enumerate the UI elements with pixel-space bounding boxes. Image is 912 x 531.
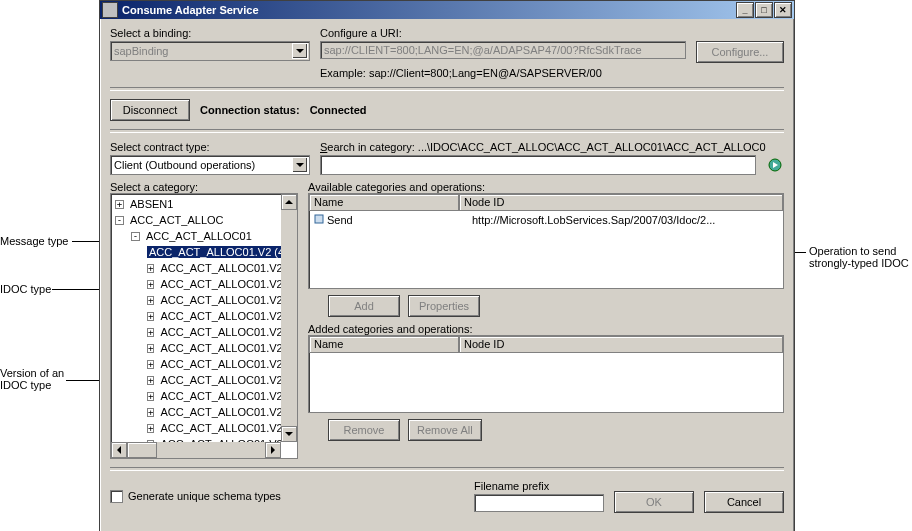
tree-label: ACC_ACT_ALLOC01.V2 (4 xyxy=(158,342,281,354)
removeall-button[interactable]: Remove All xyxy=(408,419,482,441)
expand-icon[interactable]: + xyxy=(147,312,154,321)
status-value: Connected xyxy=(310,104,367,116)
op-name: Send xyxy=(327,214,353,226)
tree-label: ACC_ACT_ALLOC01.V2 (4 xyxy=(158,294,281,306)
annotation-idoc-type: IDOC type xyxy=(0,283,51,295)
added-listview[interactable]: Name Node ID xyxy=(308,335,784,413)
category-label: Select a category: xyxy=(110,181,198,193)
ok-button[interactable]: OK xyxy=(614,491,694,513)
contract-label: Select contract type: xyxy=(110,141,310,153)
list-item[interactable]: Sendhttp://Microsoft.LobServices.Sap/200… xyxy=(310,212,782,227)
tree-label: ACC_ACT_ALLOC01.V2 (4 xyxy=(147,246,281,258)
uri-label: Configure a URI: xyxy=(320,27,784,39)
expand-icon[interactable]: + xyxy=(147,280,154,289)
tree-label: ACC_ACT_ALLOC01.V2 (4 xyxy=(158,358,281,370)
expand-icon[interactable]: + xyxy=(147,360,154,369)
unique-schema-label: Generate unique schema types xyxy=(128,490,281,502)
expand-icon[interactable]: + xyxy=(147,296,154,305)
collapse-icon[interactable]: - xyxy=(115,216,124,225)
configure-button[interactable]: Configure... xyxy=(696,41,784,63)
close-button[interactable]: ✕ xyxy=(774,2,792,18)
uri-example: Example: sap://Client=800;Lang=EN@A/SAPS… xyxy=(320,67,784,79)
unique-schema-checkbox[interactable] xyxy=(110,490,123,503)
titlebar: Consume Adapter Service _ □ ✕ xyxy=(100,1,794,19)
tree-row[interactable]: ACC_ACT_ALLOC01.V2 (4 xyxy=(113,244,279,260)
tree-row[interactable]: +ABSEN1 xyxy=(113,196,279,212)
collapse-icon[interactable]: - xyxy=(131,232,140,241)
expand-icon[interactable]: + xyxy=(147,424,154,433)
tree-label: ACC_ACT_ALLOC01.V2 (4 xyxy=(158,390,281,402)
properties-button[interactable]: Properties xyxy=(408,295,480,317)
expand-icon[interactable]: + xyxy=(147,264,154,273)
tree-row[interactable]: +ACC_ACT_ALLOC01.V2 (4 xyxy=(113,292,279,308)
tree-row[interactable]: +ACC_ACT_ALLOC01.V2 (4 xyxy=(113,340,279,356)
available-col-nodeid[interactable]: Node ID xyxy=(459,194,783,211)
tree-label: ACC_ACT_ALLOC01.V2 (5 xyxy=(158,406,281,418)
expand-icon[interactable]: + xyxy=(115,200,124,209)
status-label: Connection status: xyxy=(200,104,300,116)
binding-select[interactable]: sapBinding xyxy=(110,41,310,61)
tree-row[interactable]: +ACC_ACT_ALLOC01.V2 (4 xyxy=(113,372,279,388)
minimize-button[interactable]: _ xyxy=(736,2,754,18)
scrollbar-thumb[interactable] xyxy=(127,442,157,458)
search-go-button[interactable] xyxy=(766,156,784,174)
tree-row[interactable]: +ACC_ACT_ALLOC01.V2 (4 xyxy=(113,260,279,276)
search-label: Search in category: ...\IDOC\ACC_ACT_ALL… xyxy=(320,141,784,153)
arrow-right-icon xyxy=(768,158,782,172)
tree-row[interactable]: +ACC_ACT_ALLOC01.V2 (4 xyxy=(113,276,279,292)
tree-row[interactable]: +ACC_ACT_ALLOC01.V2 (4 xyxy=(113,324,279,340)
expand-icon[interactable]: + xyxy=(147,328,154,337)
disconnect-button[interactable]: Disconnect xyxy=(110,99,190,121)
scroll-left-icon[interactable] xyxy=(111,442,127,458)
contract-select[interactable]: Client (Outbound operations) xyxy=(110,155,310,175)
maximize-button[interactable]: □ xyxy=(755,2,773,18)
tree-label: ACC_ACT_ALLOC01.V2 (5 xyxy=(158,422,281,434)
tree-row[interactable]: +ACC_ACT_ALLOC01.V2 (4 xyxy=(113,308,279,324)
cancel-button[interactable]: Cancel xyxy=(704,491,784,513)
remove-button[interactable]: Remove xyxy=(328,419,400,441)
uri-input xyxy=(320,41,686,59)
scroll-up-icon[interactable] xyxy=(281,194,297,210)
op-nodeid: http://Microsoft.LobServices.Sap/2007/03… xyxy=(468,214,782,226)
tree-row[interactable]: +ACC_ACT_ALLOC01.V2 (5 xyxy=(113,404,279,420)
tree-label: ACC_ACT_ALLOC01.V2 (4 xyxy=(158,374,281,386)
tree-label: ACC_ACT_ALLOC01.V2 (4 xyxy=(158,310,281,322)
tree-label: ACC_ACT_ALLOC01.V2 (4 xyxy=(158,262,281,274)
tree-label: ACC_ACT_ALLOC01 xyxy=(144,230,254,242)
tree-row[interactable]: -ACC_ACT_ALLOC xyxy=(113,212,279,228)
tree-scrollbar-horizontal[interactable] xyxy=(111,442,281,458)
annotation-version: Version of an IDOC type xyxy=(0,367,64,391)
available-col-name[interactable]: Name xyxy=(309,194,459,211)
filename-input[interactable] xyxy=(474,494,604,512)
annotation-message-type: Message type xyxy=(0,235,68,247)
category-tree[interactable]: +ABSEN1-ACC_ACT_ALLOC-ACC_ACT_ALLOC01ACC… xyxy=(110,193,298,459)
tree-label: ACC_ACT_ALLOC xyxy=(128,214,226,226)
scroll-right-icon[interactable] xyxy=(265,442,281,458)
available-listview[interactable]: Name Node ID Sendhttp://Microsoft.LobSer… xyxy=(308,193,784,289)
window-title: Consume Adapter Service xyxy=(122,4,736,16)
added-col-nodeid[interactable]: Node ID xyxy=(459,336,783,353)
binding-label: Select a binding: xyxy=(110,27,310,39)
expand-icon[interactable]: + xyxy=(147,376,154,385)
tree-scrollbar-vertical[interactable] xyxy=(281,194,297,442)
tree-label: ACC_ACT_ALLOC01.V2 (4 xyxy=(158,326,281,338)
tree-row[interactable]: +ACC_ACT_ALLOC01.V2 (4 xyxy=(113,388,279,404)
svg-rect-1 xyxy=(315,215,323,223)
dialog-window: Consume Adapter Service _ □ ✕ Select a b… xyxy=(99,0,795,531)
chevron-down-icon xyxy=(292,157,308,173)
tree-row[interactable]: +ACC_ACT_ALLOC01.V2 (5 xyxy=(113,420,279,436)
available-label: Available categories and operations: xyxy=(308,181,485,193)
search-input[interactable] xyxy=(320,155,756,175)
filename-label: Filename prefix xyxy=(474,480,604,492)
added-col-name[interactable]: Name xyxy=(309,336,459,353)
tree-label: ACC_ACT_ALLOC01.V2 (4 xyxy=(158,278,281,290)
tree-row[interactable]: +ACC_ACT_ALLOC01.V2 (4 xyxy=(113,356,279,372)
added-label: Added categories and operations: xyxy=(308,323,473,335)
tree-row[interactable]: -ACC_ACT_ALLOC01 xyxy=(113,228,279,244)
expand-icon[interactable]: + xyxy=(147,344,154,353)
expand-icon[interactable]: + xyxy=(147,392,154,401)
add-button[interactable]: Add xyxy=(328,295,400,317)
scroll-down-icon[interactable] xyxy=(281,426,297,442)
tree-label: ABSEN1 xyxy=(128,198,175,210)
expand-icon[interactable]: + xyxy=(147,408,154,417)
